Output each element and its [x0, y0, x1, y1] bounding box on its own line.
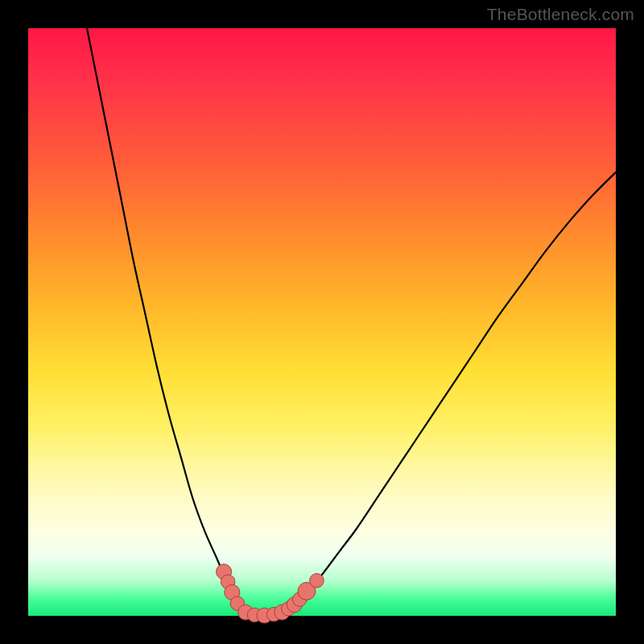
bottleneck-curve [87, 28, 616, 616]
curve-markers [217, 564, 324, 623]
curve-layer [28, 28, 616, 616]
plot-area [28, 28, 616, 616]
curve-marker [310, 573, 324, 588]
chart-frame: TheBottleneck.com [0, 0, 644, 644]
watermark-text: TheBottleneck.com [487, 5, 634, 24]
